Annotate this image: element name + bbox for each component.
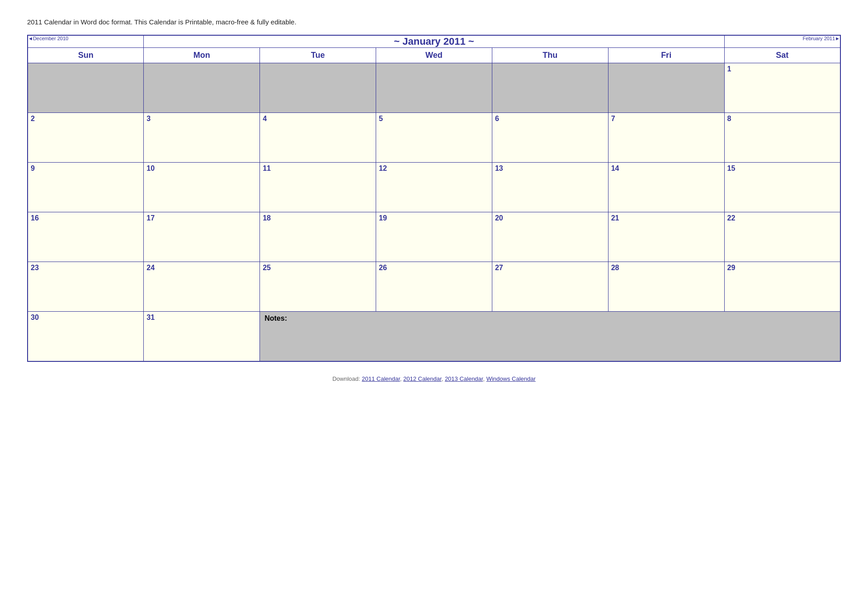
day-cell-10: 10 [144, 163, 260, 212]
week-row-2: 2 3 4 5 6 7 8 [28, 113, 840, 163]
day-cell [260, 63, 376, 113]
day-cell-1: 1 [724, 63, 840, 113]
day-cell-27: 27 [492, 262, 608, 312]
day-cell [144, 63, 260, 113]
calendar-wrapper: ◄December 2010 ~ January 2011 ~ February… [27, 35, 841, 362]
day-cell-11: 11 [260, 163, 376, 212]
day-cell-9: 9 [28, 163, 144, 212]
month-title: ~ January 2011 ~ [144, 35, 724, 48]
day-name-tue: Tue [260, 48, 376, 63]
day-cell [608, 63, 724, 113]
day-cell-28: 28 [608, 262, 724, 312]
day-cell [492, 63, 608, 113]
day-cell-22: 22 [724, 212, 840, 262]
day-name-sat: Sat [724, 48, 840, 63]
day-cell-18: 18 [260, 212, 376, 262]
day-cell-6: 6 [492, 113, 608, 163]
day-name-thu: Thu [492, 48, 608, 63]
day-name-sun: Sun [28, 48, 144, 63]
day-cell-31: 31 [144, 312, 260, 361]
day-cell-12: 12 [376, 163, 492, 212]
day-cell-29: 29 [724, 262, 840, 312]
week-row-4: 16 17 18 19 20 21 22 [28, 212, 840, 262]
notes-cell: Notes: [260, 312, 840, 361]
footer-prefix: Download: [332, 375, 362, 382]
day-cell-14: 14 [608, 163, 724, 212]
day-cell-3: 3 [144, 113, 260, 163]
footer: Download: 2011 Calendar, 2012 Calendar, … [27, 375, 841, 382]
week-row-3: 9 10 11 12 13 14 15 [28, 163, 840, 212]
week-row-6: 30 31 Notes: [28, 312, 840, 361]
week-row-5: 23 24 25 26 27 28 29 [28, 262, 840, 312]
week-row-1: 1 [28, 63, 840, 113]
day-name-mon: Mon [144, 48, 260, 63]
day-cell [28, 63, 144, 113]
day-cell-15: 15 [724, 163, 840, 212]
day-cell-17: 17 [144, 212, 260, 262]
day-cell-23: 23 [28, 262, 144, 312]
day-cell-26: 26 [376, 262, 492, 312]
day-cell-4: 4 [260, 113, 376, 163]
day-cell-25: 25 [260, 262, 376, 312]
prev-month-link[interactable]: ◄December 2010 [28, 35, 144, 48]
day-cell-20: 20 [492, 212, 608, 262]
calendar-table: ◄December 2010 ~ January 2011 ~ February… [27, 35, 841, 362]
month-header-row: ◄December 2010 ~ January 2011 ~ February… [28, 35, 840, 48]
day-cell-2: 2 [28, 113, 144, 163]
day-cell-5: 5 [376, 113, 492, 163]
day-names-row: Sun Mon Tue Wed Thu Fri Sat [28, 48, 840, 63]
footer-link-2013[interactable]: 2013 Calendar [445, 375, 483, 382]
day-cell-30: 30 [28, 312, 144, 361]
day-cell-21: 21 [608, 212, 724, 262]
footer-link-2011[interactable]: 2011 Calendar [362, 375, 400, 382]
day-cell-24: 24 [144, 262, 260, 312]
footer-link-windows[interactable]: Windows Calendar [486, 375, 536, 382]
day-cell-16: 16 [28, 212, 144, 262]
day-cell-8: 8 [724, 113, 840, 163]
day-cell [376, 63, 492, 113]
day-name-fri: Fri [608, 48, 724, 63]
footer-link-2012[interactable]: 2012 Calendar [403, 375, 442, 382]
day-cell-7: 7 [608, 113, 724, 163]
day-cell-19: 19 [376, 212, 492, 262]
day-cell-13: 13 [492, 163, 608, 212]
next-month-link[interactable]: February 2011► [724, 35, 840, 48]
day-name-wed: Wed [376, 48, 492, 63]
page-description: 2011 Calendar in Word doc format. This C… [27, 18, 841, 26]
